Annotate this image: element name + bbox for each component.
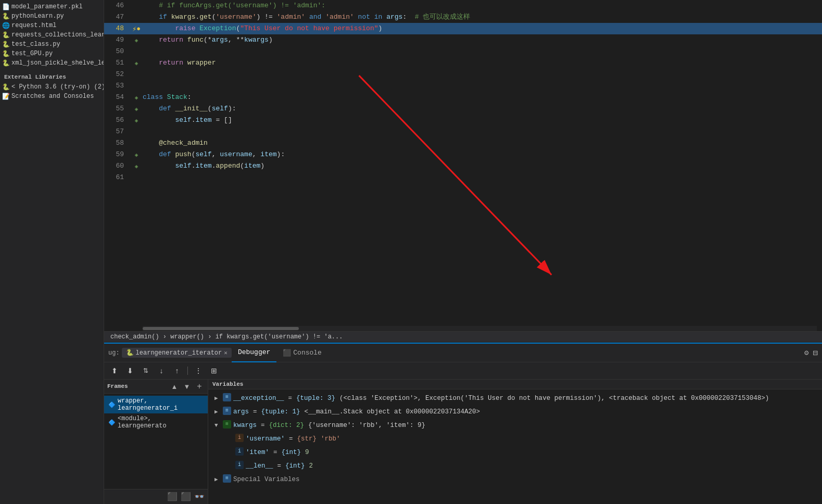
variables-header-row: Variables bbox=[208, 380, 822, 389]
settings-gear-icon[interactable]: ⚙ bbox=[804, 348, 808, 357]
var-expand-special[interactable]: ▶ bbox=[214, 474, 221, 485]
code-line-53: 53 bbox=[104, 80, 822, 92]
expand-panel-icon[interactable]: ⊟ bbox=[813, 348, 818, 358]
python-env-icon: 🐍 bbox=[2, 83, 9, 91]
py-icon: 🐍 bbox=[2, 12, 9, 20]
var-type-len: i bbox=[235, 461, 244, 469]
var-expand-kwargs[interactable]: ▼ bbox=[214, 420, 221, 431]
debugger-body: Frames ▲ ▼ + 🔷 wrapper, learngene bbox=[104, 380, 822, 504]
sidebar-item-request-html[interactable]: 🌐 request.html bbox=[0, 21, 104, 30]
step-over-button[interactable]: ⬆ bbox=[108, 364, 121, 377]
py-icon-3: 🐍 bbox=[2, 41, 9, 48]
step-out-button[interactable]: ⇅ bbox=[140, 364, 152, 377]
frame-item-module[interactable]: 🔷 <module>, learngenerato bbox=[104, 413, 208, 431]
pkl-icon: 📄 bbox=[2, 3, 9, 10]
scratches-icon: 📝 bbox=[2, 93, 9, 100]
frame-filter-icon[interactable]: ⬛ bbox=[167, 492, 178, 502]
more-options-button[interactable]: ⋮ bbox=[192, 364, 205, 377]
sidebar-item-xml-json[interactable]: 🐍 xml_json_pickle_shelve_le bbox=[0, 58, 104, 68]
variables-panel: Variables ▶ ≡ __exception__ = {tuple: 3} bbox=[208, 380, 822, 504]
code-editor: 46 # if funcArgs.get('username') != 'adm… bbox=[104, 0, 822, 331]
tab-console[interactable]: ⬛ Console bbox=[276, 344, 328, 362]
code-line-49: 49 ◈ return func(*args, **kwargs) bbox=[104, 34, 822, 46]
var-item-args[interactable]: ▶ ≡ args = {tuple: 1} <__main__.Stack ob… bbox=[208, 405, 822, 419]
resume-button[interactable]: ↑ bbox=[171, 364, 183, 377]
code-line-48: 48 ⚡ ● raise Exception("This User do not… bbox=[104, 23, 822, 34]
editor-hscrollbar[interactable] bbox=[143, 326, 817, 331]
breadcrumb-text: check_admin() › wrapper() › if kwargs.ge… bbox=[110, 333, 343, 341]
var-expand-args[interactable]: ▶ bbox=[214, 407, 221, 417]
var-expand-exception[interactable]: ▶ bbox=[214, 393, 221, 404]
add-frame-button[interactable]: + bbox=[194, 381, 205, 392]
frame-glasses-icon[interactable]: 👓 bbox=[194, 492, 205, 502]
var-item-special[interactable]: ▶ ≡ Special Variables bbox=[208, 473, 822, 486]
debugger-panel: ug: 🐍 learngenerator_iterator ✕ Debugger… bbox=[104, 343, 822, 504]
variables-label: Variables bbox=[212, 381, 243, 387]
debug-label: ug: bbox=[108, 349, 120, 357]
sidebar-item-python36[interactable]: 🐍 < Python 3.6 (try-on) (2) > bbox=[0, 82, 104, 92]
app-container: 📄 model_parameter.pkl 🐍 pythonLearn.py 🌐… bbox=[0, 0, 822, 504]
frame-icon-2: 🔷 bbox=[108, 419, 116, 426]
debug-file-badge[interactable]: 🐍 learngenerator_iterator ✕ bbox=[122, 348, 232, 358]
frames-label: Frames bbox=[107, 383, 128, 389]
sidebar-item-requests-collections[interactable]: 🐍 requests_collections_lear bbox=[0, 30, 104, 40]
step-into-button[interactable]: ⬇ bbox=[124, 364, 136, 377]
tab-debugger[interactable]: Debugger bbox=[232, 344, 276, 362]
html-icon: 🌐 bbox=[2, 22, 9, 29]
frame-icon-1: 🔷 bbox=[108, 401, 116, 408]
breadcrumb-bar: check_admin() › wrapper() › if kwargs.ge… bbox=[104, 331, 822, 343]
var-item-item[interactable]: i 'item' = {int} 9 bbox=[208, 446, 822, 459]
sidebar-item-pythonlearn[interactable]: 🐍 pythonLearn.py bbox=[0, 11, 104, 21]
var-item-exception[interactable]: ▶ ≡ __exception__ = {tuple: 3} (<class '… bbox=[208, 392, 822, 405]
frame-bottom-icons: ⬛ ⬛ 👓 bbox=[104, 489, 208, 504]
main-area: 📄 model_parameter.pkl 🐍 pythonLearn.py 🌐… bbox=[0, 0, 822, 504]
var-type-kwargs: ≡ bbox=[223, 420, 231, 429]
debug-dot-48: ● bbox=[136, 25, 141, 33]
debug-lightning-icon: ⚡ bbox=[132, 24, 136, 33]
sidebar-item-scratches[interactable]: 📝 Scratches and Consoles bbox=[0, 92, 104, 101]
py-icon-4: 🐍 bbox=[2, 50, 9, 57]
py-icon-5: 🐍 bbox=[2, 59, 9, 67]
var-type-username: i bbox=[235, 434, 244, 442]
debugger-tabs-bar: ug: 🐍 learngenerator_iterator ✕ Debugger… bbox=[104, 344, 822, 362]
var-item-len[interactable]: i __len__ = {int} 2 bbox=[208, 459, 822, 473]
code-line-59: 59 ◈ def push(self, username, item): bbox=[104, 149, 822, 160]
code-line-58: 58 @check_admin bbox=[104, 137, 822, 149]
toolbar-separator bbox=[187, 367, 188, 375]
code-line-46: 46 # if funcArgs.get('username') != 'adm… bbox=[104, 0, 822, 11]
code-line-61: 61 bbox=[104, 172, 822, 183]
console-icon: ⬛ bbox=[283, 349, 291, 357]
frames-view-button[interactable]: ⊞ bbox=[208, 364, 220, 377]
code-line-52: 52 bbox=[104, 69, 822, 80]
frame-copy-icon[interactable]: ⬛ bbox=[181, 492, 191, 502]
code-line-54: 54 ◈ class Stack: bbox=[104, 92, 822, 103]
frame-up-button[interactable]: ▲ bbox=[169, 381, 180, 392]
sidebar-item-test-gpu[interactable]: 🐍 test_GPU.py bbox=[0, 49, 104, 58]
code-line-50: 50 bbox=[104, 46, 822, 57]
python-badge-icon: 🐍 bbox=[126, 349, 134, 357]
frame-item-wrapper[interactable]: 🔷 wrapper, learngenerator_i bbox=[104, 396, 208, 413]
frames-header-row: Frames ▲ ▼ + bbox=[104, 380, 208, 394]
frames-panel: Frames ▲ ▼ + 🔷 wrapper, learngene bbox=[104, 380, 208, 504]
code-line-47: 47 if kwargs.get('username') != 'admin' … bbox=[104, 11, 822, 23]
var-item-kwargs[interactable]: ▼ ≡ kwargs = {dict: 2} {'username': 'rbb… bbox=[208, 419, 822, 432]
code-line-60: 60 ◈ self.item.append(item) bbox=[104, 160, 822, 172]
sidebar-item-model-parameter[interactable]: 📄 model_parameter.pkl bbox=[0, 2, 104, 11]
var-type-exception: ≡ bbox=[223, 393, 231, 401]
sidebar-item-test-class[interactable]: 🐍 test_class.py bbox=[0, 40, 104, 49]
code-lines: 46 # if funcArgs.get('username') != 'adm… bbox=[104, 0, 822, 331]
gear-area: ⚙ ⊟ bbox=[804, 348, 818, 358]
frames-list: 🔷 wrapper, learngenerator_i 🔷 <module>, … bbox=[104, 394, 208, 489]
close-tab-icon[interactable]: ✕ bbox=[224, 349, 227, 356]
code-line-55: 55 ◈ def __init__(self): bbox=[104, 103, 822, 115]
var-type-item: i bbox=[235, 447, 244, 456]
code-line-56: 56 ◈ self.item = [] bbox=[104, 115, 822, 126]
run-to-cursor-button[interactable]: ↓ bbox=[155, 364, 168, 377]
var-item-username[interactable]: i 'username' = {str} 'rbb' bbox=[208, 432, 822, 446]
var-type-special: ≡ bbox=[223, 474, 231, 483]
frame-down-button[interactable]: ▼ bbox=[182, 381, 192, 392]
editor-area: 46 # if funcArgs.get('username') != 'adm… bbox=[104, 0, 822, 504]
external-libraries-label: External Libraries bbox=[0, 72, 104, 82]
sidebar: 📄 model_parameter.pkl 🐍 pythonLearn.py 🌐… bbox=[0, 0, 104, 504]
debugger-toolbar: ⬆ ⬇ ⇅ ↓ ↑ ⋮ ⊞ bbox=[104, 362, 822, 380]
